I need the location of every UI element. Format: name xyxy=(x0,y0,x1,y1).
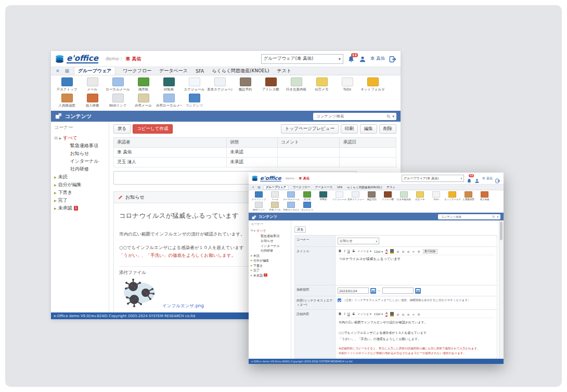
nav-tab[interactable]: SFA xyxy=(337,186,342,189)
detail-richtext-editor[interactable]: B I U S メイリオ ▾ 12pt ▾ A ≡ ≡ ≡ xyxy=(336,310,497,358)
app-launcher-item[interactable]: ネットフォルダ xyxy=(444,191,460,201)
sidebar-corner-item[interactable]: ⊟ ▶ 未承認 1 xyxy=(54,204,106,212)
app-launcher-item[interactable]: 回覧板 xyxy=(156,77,182,92)
sidebar-corner-item[interactable]: ⊟ ▶ お知らせ xyxy=(251,238,289,243)
nav-tab[interactable]: グループウェア xyxy=(264,186,288,189)
app-launcher-item[interactable]: ToDo xyxy=(428,191,444,201)
link-icon[interactable]: ∞ xyxy=(413,250,415,253)
sidebar-corner-item[interactable]: ⊟ ▶ 未承認 1 xyxy=(251,273,289,278)
sidebar-corner-item[interactable]: ⊟ ▶ インターナル xyxy=(54,158,106,165)
app-launcher-item[interactable]: 共有ローカルメール xyxy=(156,94,182,108)
underline-button[interactable]: U xyxy=(347,250,350,253)
top-page-preview-button[interactable]: トップページプレビュー xyxy=(281,124,339,134)
app-launcher-item[interactable]: デスクトップ xyxy=(54,77,80,92)
app-launcher-item[interactable]: アドレス帳 xyxy=(380,191,396,201)
app-launcher-item[interactable]: スケジュール xyxy=(182,77,207,92)
app-launcher-item[interactable]: アドレス帳 xyxy=(258,77,283,92)
mobile-richtext-editor[interactable]: 詳細内容にコピー B I U S メイリオ ▾ 12pt ▾ A ≡ xyxy=(336,358,497,359)
user-icon[interactable] xyxy=(474,176,480,181)
search-options-chevron-icon[interactable]: ▾ xyxy=(497,215,498,218)
align-left-icon[interactable]: ≡ xyxy=(396,312,399,316)
sidebar-corner-item[interactable]: ⊟ ▶ 社内研修 xyxy=(251,248,289,253)
search-options-chevron-icon[interactable]: ▾ xyxy=(392,114,394,119)
nav-tab[interactable]: らくらく問題徹底(KNOEL) xyxy=(212,68,269,74)
menu-grid-icon[interactable]: ▦ xyxy=(65,69,70,73)
sidebar-corner-item[interactable]: ⊟ ▶ 下書き xyxy=(251,263,289,268)
workspace-select[interactable]: グループウェア(車 真佑) ▾ xyxy=(402,175,464,182)
tree-collapse-icon[interactable]: ⊟ xyxy=(251,228,253,233)
nav-tab[interactable]: テスト xyxy=(386,186,395,189)
attachment-file-link[interactable]: インフルエンザ.png xyxy=(162,303,204,309)
period-start-input[interactable]: 2023/01/24 xyxy=(338,288,369,294)
vertical-scrollbar[interactable] xyxy=(499,220,504,359)
title-richtext-editor[interactable]: B I U S メイリオ ▾ 12pt ▾ A ≡ ≡ ≡ xyxy=(336,247,497,285)
app-launcher-item[interactable]: 共有メール xyxy=(267,202,283,211)
sidebar-corner-item[interactable]: ⊟ ▶ すべて xyxy=(54,134,106,142)
sidebar-corner-item[interactable]: ⊟ ▶ 未読 xyxy=(251,253,289,258)
font-size-select[interactable]: 12pt ▾ xyxy=(374,312,383,316)
notification-bell-icon[interactable]: 13 xyxy=(467,176,472,181)
app-launcher-item[interactable]: コンテンツ xyxy=(299,202,315,211)
app-launcher-item[interactable]: ローカルメール xyxy=(283,191,299,201)
search-input[interactable] xyxy=(440,215,491,219)
italic-button[interactable]: I xyxy=(344,250,345,253)
app-launcher-item[interactable]: 共有ローカルメール xyxy=(283,202,299,211)
sidebar-corner-item[interactable]: ⊟ ▶ 緊急連絡事項 xyxy=(251,233,289,239)
app-launcher-item[interactable]: 伝言メモ xyxy=(412,191,428,201)
app-launcher-item[interactable]: 掲示板 xyxy=(131,77,156,92)
back-button[interactable]: 戻る xyxy=(294,226,306,233)
sidebar-corner-item[interactable]: ⊟ ▶ 完了 xyxy=(251,268,289,273)
bold-button[interactable]: B xyxy=(339,250,341,253)
app-launcher-item[interactable]: デスクトップ xyxy=(251,191,267,201)
app-launcher-item[interactable]: Webリンク xyxy=(251,202,267,211)
strikethrough-button[interactable]: S xyxy=(353,312,355,316)
nav-tab[interactable]: SFA xyxy=(196,69,204,74)
app-launcher-item[interactable]: 施設予約 xyxy=(364,191,380,201)
title-input-value[interactable]: コロナウイルスが猛威をふるっています xyxy=(338,255,495,263)
underline-button[interactable]: U xyxy=(347,312,350,316)
edit-button[interactable]: 編集 xyxy=(360,124,377,134)
app-launcher-item[interactable]: 基本スケジュール xyxy=(347,191,364,201)
font-size-select[interactable]: 12pt ▾ xyxy=(374,250,383,253)
corner-select[interactable]: お知らせ ▾ xyxy=(338,238,379,244)
app-launcher-item[interactable]: ローカルメール xyxy=(105,77,131,92)
app-launcher-item[interactable]: ToDo xyxy=(334,77,360,92)
sidebar-corner-item[interactable]: ⊟ ▶ 社内研修 xyxy=(54,165,106,173)
align-center-icon[interactable]: ≡ xyxy=(402,250,404,253)
logout-icon[interactable] xyxy=(389,55,396,62)
highlight-color-button[interactable] xyxy=(390,249,394,254)
align-left-icon[interactable]: ≡ xyxy=(396,250,399,253)
app-launcher-item[interactable]: Webリンク xyxy=(105,94,131,108)
app-launcher-item[interactable]: 人員構成図 xyxy=(54,94,80,108)
nav-tab[interactable]: ワークフロー xyxy=(293,186,311,189)
sidebar-corner-item[interactable]: ⊟ ▶ インターナル xyxy=(251,243,289,249)
app-launcher-item[interactable]: 回覧板 xyxy=(315,191,331,201)
font-color-button[interactable]: A xyxy=(385,249,388,254)
sidebar-corner-item[interactable]: ⊟ ▶ すべて xyxy=(251,228,289,233)
link-icon[interactable]: ∞ xyxy=(413,312,415,316)
sidebar-corner-item[interactable]: ⊟ ▶ 完了 xyxy=(54,197,106,204)
nav-tab[interactable]: データベース xyxy=(315,186,333,189)
scrollbar-thumb[interactable] xyxy=(500,221,502,240)
app-launcher-item[interactable]: コンテンツ xyxy=(182,94,207,108)
nav-tab[interactable]: ワークフロー xyxy=(123,68,151,74)
align-right-icon[interactable]: ≡ xyxy=(407,312,410,316)
app-launcher-item[interactable]: ネットフォルダ xyxy=(360,77,385,92)
close-icon[interactable]: × xyxy=(252,186,254,189)
app-launcher-item[interactable]: 基本スケジュール xyxy=(207,77,233,92)
app-launcher-item[interactable]: 施設予約 xyxy=(233,77,258,92)
font-color-button[interactable]: A xyxy=(385,312,388,317)
app-launcher-item[interactable]: 個人検索 xyxy=(80,94,105,108)
workspace-select[interactable]: グループウェア(車 真佑) ▾ xyxy=(261,54,343,64)
app-launcher-item[interactable]: 共有メール xyxy=(131,94,156,108)
sidebar-corner-item[interactable]: ⊟ ▶ 緊急連絡事項 xyxy=(54,142,106,150)
unlink-icon[interactable]: ⊘ xyxy=(418,312,420,316)
bold-button[interactable]: B xyxy=(339,312,341,316)
print-button[interactable]: 印刷 xyxy=(341,124,358,134)
app-launcher-item[interactable]: スケジュール xyxy=(331,191,347,201)
align-right-icon[interactable]: ≡ xyxy=(407,250,410,253)
attachment-virus-image[interactable] xyxy=(119,278,160,307)
italic-button[interactable]: I xyxy=(344,312,345,316)
nav-tab[interactable]: らくらく問題徹底(KNOEL) xyxy=(347,186,382,189)
approval-row[interactable]: 児玉 漣人 未承認 xyxy=(114,158,396,167)
